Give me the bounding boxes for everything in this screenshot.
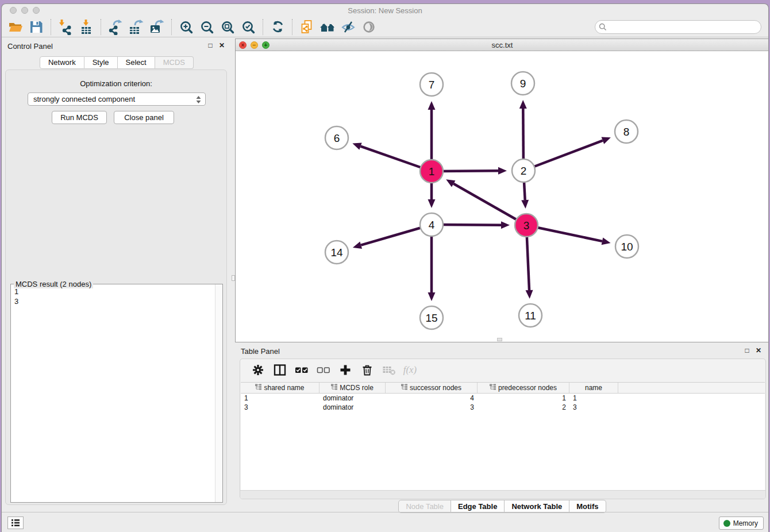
criterion-select[interactable]: strongly connected component xyxy=(28,92,206,106)
graph-node-6[interactable]: 6 xyxy=(325,126,348,149)
mcds-result-text[interactable]: 13 xyxy=(11,286,215,502)
tab-network-table[interactable]: Network Table xyxy=(505,500,569,513)
task-history-button[interactable] xyxy=(7,516,24,529)
search-input[interactable] xyxy=(595,20,761,34)
open-session-icon[interactable] xyxy=(5,18,26,36)
graph-node-11[interactable]: 11 xyxy=(519,304,542,327)
table-cell[interactable]: 3 xyxy=(241,403,319,412)
save-session-icon[interactable] xyxy=(26,18,47,36)
network-window-title: scc.txt xyxy=(236,41,769,49)
toggle-columns-icon[interactable] xyxy=(271,362,288,378)
column-label: name xyxy=(585,384,602,392)
float-table-panel-icon[interactable]: □ xyxy=(743,346,751,354)
export-table-icon[interactable] xyxy=(126,18,147,36)
export-network-icon[interactable] xyxy=(105,18,126,36)
column-header-successor-nodes[interactable]: successor nodes xyxy=(386,383,478,393)
app-title: Session: New Session xyxy=(2,6,768,15)
show-eye-icon[interactable] xyxy=(359,18,379,36)
node-label: 8 xyxy=(623,126,630,138)
control-panel-tabs: NetworkStyleSelectMCDS xyxy=(2,56,232,70)
graph-node-8[interactable]: 8 xyxy=(615,120,638,143)
toolbar-divider xyxy=(101,19,101,35)
graph-node-15[interactable]: 15 xyxy=(420,306,443,329)
table-cell[interactable]: 1 xyxy=(478,394,569,403)
graph-node-3[interactable]: 3 xyxy=(515,214,538,237)
status-bar: Memory xyxy=(2,512,768,532)
node-label: 2 xyxy=(521,165,527,177)
node-label: 6 xyxy=(334,132,340,144)
tab-edge-table[interactable]: Edge Table xyxy=(451,500,505,513)
export-image-icon[interactable] xyxy=(147,18,167,36)
node-label: 1 xyxy=(429,165,435,178)
table-cell[interactable]: 3 xyxy=(386,403,478,412)
memory-status-icon xyxy=(723,520,730,527)
settings-gear-icon[interactable] xyxy=(249,362,267,378)
graph-node-9[interactable]: 9 xyxy=(511,72,534,95)
close-panel-button[interactable]: Close panel xyxy=(114,111,174,124)
tab-style[interactable]: Style xyxy=(84,56,118,69)
graph-node-10[interactable]: 10 xyxy=(615,235,638,258)
table-cell[interactable]: 2 xyxy=(478,403,569,412)
table-row[interactable]: 3dominator323 xyxy=(241,403,765,412)
zoom-fit-icon[interactable] xyxy=(217,18,238,36)
edge-2-8[interactable] xyxy=(523,141,603,171)
titlebar: Session: New Session xyxy=(2,4,768,17)
graph-node-1[interactable]: 1 xyxy=(420,160,443,183)
tab-motifs[interactable]: Motifs xyxy=(569,500,606,513)
zoom-in-icon[interactable] xyxy=(176,18,197,36)
float-panel-icon[interactable]: □ xyxy=(206,41,214,49)
node-label: 4 xyxy=(429,219,435,231)
result-scrollbar[interactable] xyxy=(215,284,222,502)
eye-slash-icon[interactable] xyxy=(338,18,359,36)
toolbar-divider xyxy=(51,19,51,35)
graph-node-7[interactable]: 7 xyxy=(420,73,443,96)
delete-table-icon xyxy=(380,362,398,378)
tab-mcds[interactable]: MCDS xyxy=(155,56,194,69)
table-cell[interactable]: 1 xyxy=(241,394,319,403)
table-header-row: shared nameMCDS rolesuccessor nodesprede… xyxy=(241,383,765,394)
add-row-icon[interactable] xyxy=(337,362,354,378)
delete-row-icon[interactable] xyxy=(359,362,376,378)
node-label: 7 xyxy=(429,79,435,91)
network-canvas[interactable]: 7968124314101511 xyxy=(236,51,769,342)
tab-network[interactable]: Network xyxy=(40,56,84,69)
deselect-all-icon[interactable] xyxy=(315,362,332,378)
double-house-icon[interactable] xyxy=(317,18,338,36)
graph-node-14[interactable]: 14 xyxy=(325,241,348,264)
clone-network-icon[interactable] xyxy=(297,18,317,36)
import-table-icon[interactable] xyxy=(76,18,97,36)
graph-node-4[interactable]: 4 xyxy=(420,213,443,236)
table-cell[interactable]: 4 xyxy=(386,394,478,403)
table-cell[interactable]: 1 xyxy=(569,394,618,403)
table-tabs: Node TableEdge TableNetwork TableMotifs xyxy=(235,500,769,513)
tab-select[interactable]: Select xyxy=(118,56,155,69)
column-label: successor nodes xyxy=(410,384,461,392)
zoom-selected-icon[interactable] xyxy=(238,18,259,36)
column-header-MCDS-role[interactable]: MCDS role xyxy=(319,383,386,393)
memory-label: Memory xyxy=(733,519,758,527)
refresh-layout-icon[interactable] xyxy=(267,18,288,36)
table-cell[interactable]: 3 xyxy=(569,403,618,412)
table-panel-body: f(x) shared nameMCDS rolesuccessor nodes… xyxy=(240,358,766,499)
graph-node-2[interactable]: 2 xyxy=(512,159,535,182)
toolbar-divider xyxy=(263,19,263,35)
edge-3-1[interactable] xyxy=(453,184,526,225)
memory-button[interactable]: Memory xyxy=(719,516,764,530)
column-header-shared-name[interactable]: shared name xyxy=(241,383,319,393)
table-cell[interactable]: dominator xyxy=(319,403,386,412)
network-graph[interactable]: 7968124314101511 xyxy=(236,51,769,342)
column-header-predecessor-nodes[interactable]: predecessor nodes xyxy=(478,383,569,393)
search-box xyxy=(595,20,761,34)
close-panel-icon[interactable]: ✕ xyxy=(218,41,226,49)
tab-node-table[interactable]: Node Table xyxy=(398,500,451,513)
run-mcds-button[interactable]: Run MCDS xyxy=(52,111,107,124)
zoom-out-icon[interactable] xyxy=(197,18,217,36)
column-header-name[interactable]: name xyxy=(569,383,618,393)
table-row[interactable]: 1dominator411 xyxy=(241,394,765,403)
network-view-window: × − + scc.txt 7968124314101511 xyxy=(235,38,769,342)
import-network-icon[interactable] xyxy=(55,18,76,36)
canvas-resize-grip[interactable] xyxy=(497,338,502,341)
close-table-panel-icon[interactable]: ✕ xyxy=(754,346,763,354)
table-cell[interactable]: dominator xyxy=(319,394,386,403)
select-all-icon[interactable] xyxy=(293,362,310,378)
